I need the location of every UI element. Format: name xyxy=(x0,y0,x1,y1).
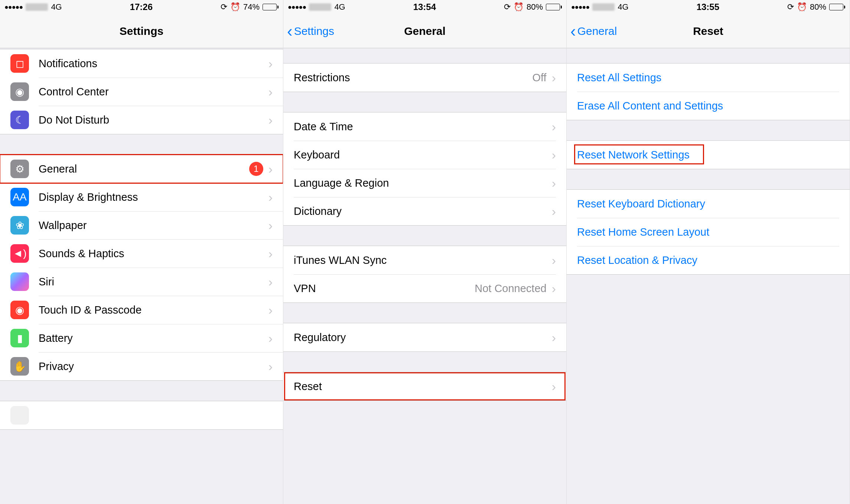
row-control-center[interactable]: ◉Control Center› xyxy=(0,78,283,106)
row-label: Regulatory xyxy=(294,331,552,344)
chevron-right-icon: › xyxy=(268,85,273,99)
row-vpn[interactable]: VPNNot Connected› xyxy=(283,274,566,302)
row-battery[interactable]: ▮Battery› xyxy=(0,324,283,352)
row-reset-home[interactable]: Reset Home Screen Layout xyxy=(567,218,850,246)
row-do-not-disturb[interactable]: ☾Do Not Disturb› xyxy=(0,106,283,134)
nav-back-button[interactable]: ‹ General xyxy=(570,23,617,39)
row-keyboard[interactable]: Keyboard› xyxy=(283,141,566,169)
row-siri[interactable]: Siri› xyxy=(0,268,283,296)
row-sounds-haptics[interactable]: ◄)Sounds & Haptics› xyxy=(0,239,283,268)
chevron-right-icon: › xyxy=(268,275,273,289)
chevron-right-icon: › xyxy=(268,113,273,127)
row-notifications[interactable]: ◻Notifications› xyxy=(0,49,283,78)
settings-list[interactable]: ◻Notifications›◉Control Center›☾Do Not D… xyxy=(0,48,283,504)
notifications-icon: ◻ xyxy=(10,54,29,73)
row-display-brightness[interactable]: AADisplay & Brightness› xyxy=(0,183,283,211)
control-center-icon: ◉ xyxy=(10,82,29,101)
row-label: Battery xyxy=(39,332,268,344)
nav-bar: Settings xyxy=(0,14,283,48)
row-label: Keyboard xyxy=(294,149,552,161)
battery-icon xyxy=(263,4,279,10)
row-erase-all[interactable]: Erase All Content and Settings xyxy=(567,92,850,120)
signal-dots-icon: ●●●●● xyxy=(4,3,23,11)
row-reset-network[interactable]: Reset Network Settings xyxy=(567,141,850,169)
group: Reset Keyboard DictionaryReset Home Scre… xyxy=(567,189,850,275)
row-label: Reset xyxy=(294,380,552,393)
row-reset-all[interactable]: Reset All Settings xyxy=(567,63,850,92)
battery-icon: ▮ xyxy=(10,329,29,347)
row-label: Wallpaper xyxy=(39,219,268,232)
row-restrictions[interactable]: RestrictionsOff› xyxy=(283,63,566,92)
row-placeholder[interactable] xyxy=(0,401,283,429)
do-not-disturb-icon: ☾ xyxy=(10,111,29,129)
row-reset-keyboard[interactable]: Reset Keyboard Dictionary xyxy=(567,190,850,218)
general-list[interactable]: RestrictionsOff›Date & Time›Keyboard›Lan… xyxy=(283,48,566,504)
row-wallpaper[interactable]: ❀Wallpaper› xyxy=(0,211,283,239)
row-reset[interactable]: Reset› xyxy=(283,372,566,400)
row-label: Notifications xyxy=(39,58,268,70)
reset-list[interactable]: Reset All SettingsErase All Content and … xyxy=(567,48,850,504)
row-label: General xyxy=(39,163,249,175)
network-label: 4G xyxy=(51,2,62,12)
battery-percent: 74% xyxy=(243,2,260,12)
row-date-time[interactable]: Date & Time› xyxy=(283,112,566,141)
row-label: iTunes WLAN Sync xyxy=(294,254,552,266)
row-label: Dictionary xyxy=(294,205,552,217)
battery-icon xyxy=(546,4,562,10)
row-language-region[interactable]: Language & Region› xyxy=(283,169,566,197)
orientation-lock-icon: ⟳ xyxy=(504,2,511,12)
chevron-right-icon: › xyxy=(268,190,273,204)
status-bar: ●●●●● 4G 13:55 ⟳ ⏰ 80% xyxy=(567,0,850,14)
group: iTunes WLAN Sync›VPNNot Connected› xyxy=(283,246,566,303)
row-label: Erase All Content and Settings xyxy=(577,100,839,112)
row-regulatory[interactable]: Regulatory› xyxy=(283,323,566,351)
chevron-right-icon: › xyxy=(268,162,273,176)
row-general[interactable]: ⚙General1› xyxy=(0,155,283,183)
orientation-lock-icon: ⟳ xyxy=(221,2,227,12)
nav-back-button[interactable]: ‹ Settings xyxy=(287,23,334,39)
row-dictionary[interactable]: Dictionary› xyxy=(283,197,566,225)
nav-bar: ‹ Settings General xyxy=(283,14,566,48)
chevron-right-icon: › xyxy=(552,148,556,162)
row-label: Display & Brightness xyxy=(39,191,268,203)
chevron-right-icon: › xyxy=(268,359,273,374)
row-itunes-wlan[interactable]: iTunes WLAN Sync› xyxy=(283,246,566,274)
chevron-right-icon: › xyxy=(268,331,273,346)
signal-dots-icon: ●●●●● xyxy=(288,3,306,11)
row-detail: Off xyxy=(533,72,547,84)
network-label: 4G xyxy=(618,2,628,12)
privacy-icon: ✋ xyxy=(10,357,29,376)
alarm-icon: ⏰ xyxy=(797,2,807,12)
group: Reset All SettingsErase All Content and … xyxy=(567,63,850,120)
row-label: Reset All Settings xyxy=(577,72,839,84)
alarm-icon: ⏰ xyxy=(514,2,524,12)
siri-icon xyxy=(10,272,29,291)
row-label: Restrictions xyxy=(294,72,533,84)
status-time: 13:54 xyxy=(413,2,436,12)
row-privacy[interactable]: ✋Privacy› xyxy=(0,352,283,380)
row-label: Do Not Disturb xyxy=(39,114,268,126)
group: Date & Time›Keyboard›Language & Region›D… xyxy=(283,112,566,226)
carrier-blur xyxy=(592,3,615,11)
network-label: 4G xyxy=(334,2,345,12)
status-time: 17:26 xyxy=(130,2,153,12)
chevron-right-icon: › xyxy=(552,281,556,296)
row-detail: Not Connected xyxy=(475,282,546,295)
badge: 1 xyxy=(249,162,263,176)
chevron-right-icon: › xyxy=(552,204,556,219)
chevron-right-icon: › xyxy=(268,56,273,71)
row-reset-location[interactable]: Reset Location & Privacy xyxy=(567,246,850,274)
group-1: ◻Notifications›◉Control Center›☾Do Not D… xyxy=(0,49,283,134)
status-bar: ●●●●● 4G 17:26 ⟳ ⏰ 74% xyxy=(0,0,283,14)
screen-settings: ●●●●● 4G 17:26 ⟳ ⏰ 74% Settings ◻Notific… xyxy=(0,0,283,504)
chevron-right-icon: › xyxy=(552,120,556,134)
display-brightness-icon: AA xyxy=(10,188,29,206)
group: Reset› xyxy=(283,372,566,401)
chevron-right-icon: › xyxy=(268,246,273,261)
group: Regulatory› xyxy=(283,323,566,352)
signal-dots-icon: ●●●●● xyxy=(571,3,589,11)
nav-title: General xyxy=(404,25,446,37)
status-time: 13:55 xyxy=(697,2,719,12)
chevron-right-icon: › xyxy=(268,303,273,317)
row-touch-id[interactable]: ◉Touch ID & Passcode› xyxy=(0,296,283,324)
